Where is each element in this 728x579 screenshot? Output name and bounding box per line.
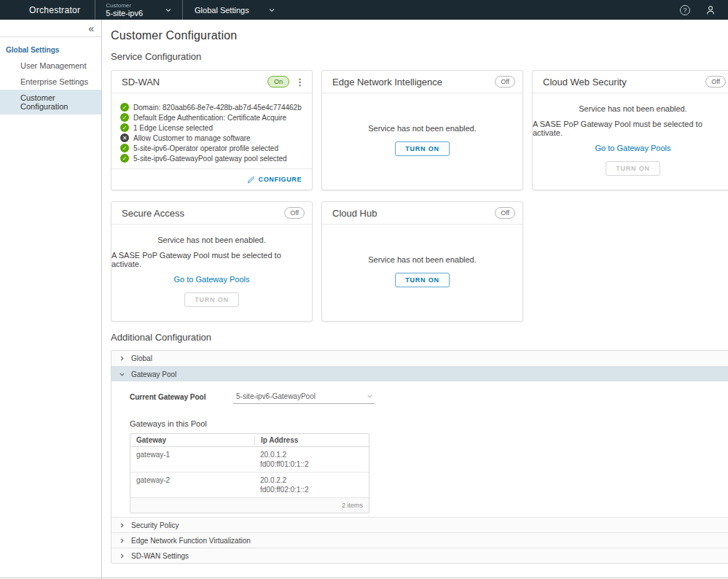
service-cards-row-2: Secure Access Off Service has not been e…: [111, 201, 728, 322]
card-title: Cloud Hub: [332, 208, 377, 219]
service-disabled-message: Service has not been enabled.: [368, 124, 477, 133]
card-title: SD-WAN: [122, 77, 160, 88]
card-title: Edge Network Intelligence: [332, 77, 442, 88]
card-sd-wan: SD-WAN On ⋮ ✓ Domain: 820aab66-8e7e-428b…: [111, 70, 313, 190]
chevron-down-icon: [119, 371, 125, 378]
ipv6-address: fd00:ff01:0:1::2: [260, 460, 309, 468]
customer-menu-value: 5-site-ipv6: [106, 9, 143, 18]
accordion-header-security-policy[interactable]: Security Policy: [111, 517, 728, 532]
check-circle-icon: ✓: [120, 123, 129, 132]
ipv4-address: 20.0.2.2: [260, 476, 286, 484]
config-check-text: Domain: 820aab66-8e7e-428b-ab7d-45e4c774…: [133, 104, 302, 112]
config-check-text: Default Edge Authentication: Certificate…: [133, 114, 286, 122]
user-icon[interactable]: [705, 4, 716, 16]
service-disabled-message: Service has not been enabled.: [579, 104, 687, 113]
accordion-label: Gateway Pool: [131, 370, 176, 378]
current-gateway-pool-value: 5-site-ipv6-GatewayPool: [236, 392, 316, 400]
turn-on-button[interactable]: TURN ON: [395, 141, 450, 156]
chevron-down-icon: [268, 7, 275, 14]
turn-on-button[interactable]: TURN ON: [395, 273, 450, 287]
config-check-item: ✕ Allow Customer to manage software: [120, 133, 303, 142]
card-edge-network-intelligence: Edge Network Intelligence Off Service ha…: [321, 70, 523, 190]
accordion-header-edge-network-function-virtualization[interactable]: Edge Network Function Virtualization: [111, 532, 728, 548]
status-badge-on: On: [267, 76, 289, 88]
gateways-table-title: Gateways in this Pool: [130, 419, 728, 428]
additional-configuration-heading: Additional Configuration: [111, 332, 728, 343]
chevron-down-icon: [367, 393, 373, 400]
cross-circle-icon: ✕: [120, 133, 129, 142]
ip-address-cell: 20.0.2.2 fd00:ff02:0:1::2: [254, 475, 369, 494]
ipv6-address: fd00:ff02:0:1::2: [260, 486, 309, 494]
table-row: gateway-2 20.0.2.2 fd00:ff02:0:1::2: [130, 473, 369, 498]
gateway-name-cell: gateway-1: [130, 450, 254, 469]
customer-menu[interactable]: Customer 5-site-ipv6: [95, 0, 183, 20]
config-check-item: ✓ Domain: 820aab66-8e7e-428b-ab7d-45e4c7…: [120, 103, 303, 112]
pencil-icon: [247, 176, 255, 184]
gateway-pool-panel: Current Gateway Pool 5-site-ipv6-Gateway…: [111, 381, 728, 517]
main-content: Customer Configuration Service Configura…: [102, 20, 728, 579]
accordion-header-gateway-pool[interactable]: Gateway Pool: [111, 366, 728, 381]
config-check-text: 5-site-ipv6-GatewayPool gateway pool sel…: [133, 155, 287, 163]
go-to-gateway-pools-link[interactable]: Go to Gateway Pools: [595, 144, 671, 152]
column-header-ip-address: Ip Address: [254, 436, 369, 445]
chevron-right-icon: [119, 522, 125, 529]
help-icon[interactable]: ?: [680, 5, 690, 15]
global-settings-menu[interactable]: Global Settings: [183, 0, 287, 20]
customer-menu-label: Customer: [106, 2, 143, 9]
check-circle-icon: ✓: [120, 154, 129, 163]
global-settings-menu-label: Global Settings: [195, 6, 249, 15]
chevron-right-icon: [119, 553, 125, 559]
accordion-label: Edge Network Function Virtualization: [131, 537, 251, 545]
chevron-down-icon: [165, 7, 172, 14]
additional-configuration-accordion: Global Gateway Pool Current Gateway Pool…: [111, 350, 728, 564]
accordion-header-sd-wan-settings[interactable]: SD-WAN Settings: [111, 548, 728, 563]
top-bar: Orchestrator Customer 5-site-ipv6 Global…: [0, 0, 728, 20]
chevron-right-icon: [119, 355, 125, 362]
chevron-right-icon: [119, 537, 125, 544]
sidebar: « Global Settings User Management Enterp…: [0, 20, 102, 579]
status-badge-off: Off: [705, 76, 726, 88]
status-badge-off: Off: [495, 207, 515, 219]
sidebar-collapse-icon[interactable]: «: [88, 23, 94, 34]
sase-requirement-message: A SASE PoP Gateway Pool must be selected…: [533, 120, 728, 137]
table-row: gateway-1 20.0.1.2 fd00:ff01:0:1::2: [130, 447, 369, 473]
ip-address-cell: 20.0.1.2 fd00:ff01:0:1::2: [254, 450, 369, 469]
sidebar-item-user-management[interactable]: User Management: [0, 58, 101, 74]
turn-on-button-disabled[interactable]: TURN ON: [606, 161, 660, 176]
status-badge-off: Off: [495, 76, 515, 88]
ipv4-address: 20.0.1.2: [260, 451, 286, 459]
gateway-name-cell: gateway-2: [130, 475, 254, 494]
sase-requirement-message: A SASE PoP Gateway Pool must be selected…: [111, 251, 312, 268]
sidebar-item-customer-configuration[interactable]: Customer Configuration: [0, 90, 101, 114]
status-badge-off: Off: [284, 207, 305, 219]
config-check-item: ✓ 5-site-ipv6-Operator operator profile …: [120, 144, 303, 152]
accordion-label: Global: [131, 354, 152, 362]
service-disabled-message: Service has not been enabled.: [157, 236, 266, 244]
config-check-item: ✓ 1 Edge License selected: [120, 123, 303, 132]
service-cards-row-1: SD-WAN On ⋮ ✓ Domain: 820aab66-8e7e-428b…: [111, 70, 728, 190]
turn-on-button-disabled[interactable]: TURN ON: [184, 292, 239, 307]
page-title: Customer Configuration: [111, 29, 728, 42]
card-title: Secure Access: [122, 208, 184, 219]
sidebar-section-label: Global Settings: [0, 37, 101, 58]
go-to-gateway-pools-link[interactable]: Go to Gateway Pools: [174, 275, 250, 284]
configure-button[interactable]: CONFIGURE: [247, 176, 302, 184]
config-check-text: 1 Edge License selected: [133, 124, 213, 132]
check-circle-icon: ✓: [120, 144, 129, 152]
accordion-label: Security Policy: [131, 521, 179, 529]
config-check-item: ✓ 5-site-ipv6-GatewayPool gateway pool s…: [120, 154, 303, 163]
card-cloud-hub: Cloud Hub Off Service has not been enabl…: [321, 201, 523, 322]
kebab-menu-icon[interactable]: ⋮: [295, 77, 305, 87]
accordion-header-global[interactable]: Global: [111, 351, 728, 366]
configure-button-label: CONFIGURE: [259, 176, 302, 183]
card-secure-access: Secure Access Off Service has not been e…: [111, 201, 313, 322]
card-cloud-web-security: Cloud Web Security Off Service has not b…: [532, 70, 728, 190]
current-gateway-pool-select[interactable]: 5-site-ipv6-GatewayPool: [233, 392, 375, 404]
sidebar-item-enterprise-settings[interactable]: Enterprise Settings: [0, 74, 101, 90]
current-gateway-pool-label: Current Gateway Pool: [130, 392, 233, 401]
service-configuration-heading: Service Configuration: [111, 51, 728, 62]
gateways-table: Gateway Ip Address gateway-1 20.0.1.2 fd…: [130, 433, 369, 513]
check-circle-icon: ✓: [120, 113, 129, 122]
config-check-item: ✓ Default Edge Authentication: Certifica…: [120, 113, 303, 122]
config-check-text: Allow Customer to manage software: [133, 134, 251, 142]
